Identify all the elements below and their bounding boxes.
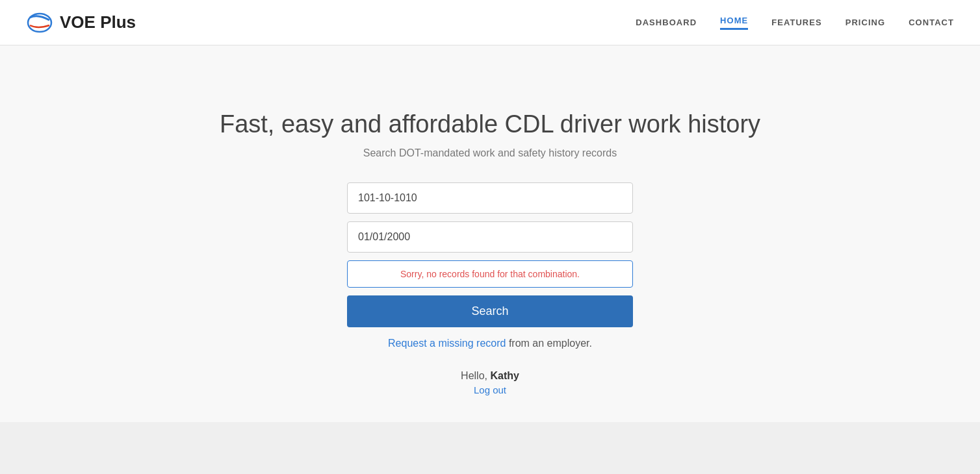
search-button[interactable]: Search [347,295,633,327]
main-content: Fast, easy and affordable CDL driver wor… [0,45,980,395]
hero-title: Fast, easy and affordable CDL driver wor… [220,110,760,138]
dob-input[interactable] [347,221,633,253]
header: VOE Plus DASHBOARD HOME FEATURES PRICING… [0,0,980,45]
main-nav: DASHBOARD HOME FEATURES PRICING CONTACT [636,16,954,30]
missing-record-link[interactable]: Request a missing record [388,338,506,349]
user-section: Hello, Kathy Log out [461,370,519,395]
nav-features[interactable]: FEATURES [771,18,821,27]
missing-record-text: Request a missing record from an employe… [388,338,592,349]
hero-subtitle: Search DOT-mandated work and safety hist… [363,147,617,159]
logo-icon [26,11,53,34]
search-form: Sorry, no records found for that combina… [347,182,633,349]
logo-area: VOE Plus [26,11,136,34]
nav-home[interactable]: HOME [720,16,748,30]
footer [0,422,980,474]
logo-text: VOE Plus [60,12,136,32]
ssn-input[interactable] [347,182,633,214]
greeting-text: Hello, Kathy [461,370,519,382]
missing-record-suffix: from an employer. [506,338,592,349]
logout-link[interactable]: Log out [461,384,519,395]
user-name: Kathy [490,370,519,381]
nav-dashboard[interactable]: DASHBOARD [636,18,697,27]
error-message: Sorry, no records found for that combina… [347,260,633,288]
nav-contact[interactable]: CONTACT [909,18,954,27]
greeting-label: Hello, [461,370,490,381]
nav-pricing[interactable]: PRICING [845,18,885,27]
